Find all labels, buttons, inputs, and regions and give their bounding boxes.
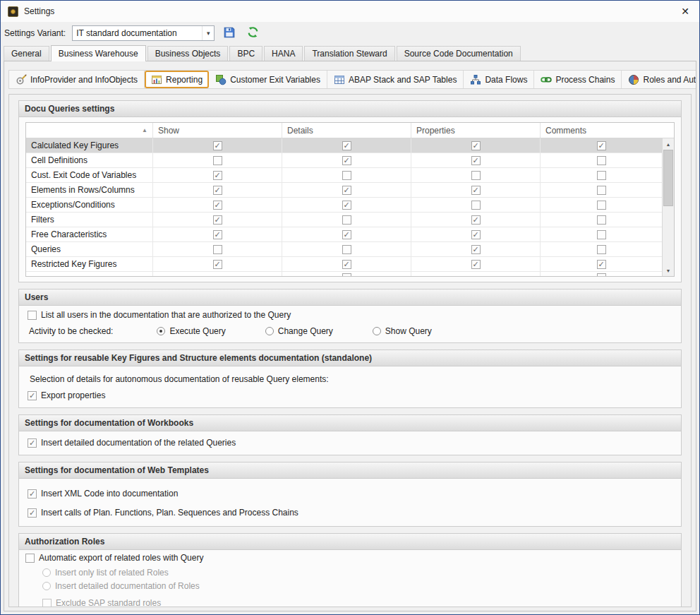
- comments-checkbox[interactable]: [597, 215, 606, 225]
- subtab-data-flows[interactable]: Data Flows: [464, 71, 534, 88]
- export-properties-checkbox[interactable]: ✓: [28, 391, 37, 400]
- details-checkbox[interactable]: [342, 273, 351, 276]
- show-checkbox[interactable]: ✓: [213, 186, 222, 195]
- details-checkbox[interactable]: ✓: [342, 230, 351, 239]
- activity-option-show-query[interactable]: Show Query: [373, 326, 432, 336]
- execute-query-radio[interactable]: [157, 327, 165, 335]
- refresh-button[interactable]: [244, 25, 261, 42]
- change-query-radio[interactable]: [265, 327, 274, 335]
- export-properties-option[interactable]: ✓ Export properties: [28, 390, 675, 400]
- tab-general[interactable]: General: [4, 46, 49, 61]
- properties-checkbox[interactable]: ✓: [471, 186, 481, 195]
- comments-checkbox[interactable]: ✓: [597, 141, 606, 150]
- titlebar: Settings ✕: [1, 1, 699, 22]
- show-checkbox[interactable]: ✓: [213, 230, 222, 239]
- details-checkbox[interactable]: ✓: [342, 141, 351, 150]
- column-header-comments[interactable]: Comments: [541, 123, 662, 138]
- comments-checkbox[interactable]: [597, 230, 606, 239]
- scroll-up-icon[interactable]: ▲: [663, 138, 674, 150]
- comments-checkbox[interactable]: [597, 186, 606, 195]
- roles-list-option[interactable]: Insert only list of related Roles: [42, 568, 675, 578]
- comments-checkbox[interactable]: ✓: [597, 260, 606, 269]
- table-row[interactable]: Cell Definitions✓✓: [26, 153, 674, 168]
- subtab-roles-and-authorizations[interactable]: Roles and Authorizations: [622, 71, 696, 88]
- table-row[interactable]: Free Characteristics✓✓✓: [26, 227, 674, 242]
- tab-source-code-documentation[interactable]: Source Code Documentation: [397, 46, 521, 61]
- properties-checkbox[interactable]: ✓: [471, 141, 481, 150]
- tab-hana[interactable]: HANA: [264, 46, 303, 61]
- table-row[interactable]: Exceptions/Conditions✓✓: [26, 198, 674, 213]
- table-row[interactable]: Filters✓✓: [26, 213, 674, 227]
- column-header-show[interactable]: Show: [153, 123, 282, 138]
- details-checkbox[interactable]: ✓: [342, 156, 351, 165]
- details-checkbox[interactable]: ✓: [342, 186, 351, 195]
- show-checkbox[interactable]: ✓: [213, 201, 222, 210]
- web-template-option-insert-xml-code-into-documenta[interactable]: ✓Insert XML Code into documentation: [28, 489, 675, 498]
- show-checkbox[interactable]: ✓: [213, 260, 222, 269]
- comments-checkbox[interactable]: [597, 273, 606, 276]
- column-header-properties[interactable]: Properties: [411, 123, 541, 138]
- auto-export-roles-option[interactable]: Automatic export of related roles with Q…: [25, 553, 675, 563]
- list-all-users-option[interactable]: List all users in the documentation that…: [28, 310, 675, 320]
- comments-checkbox[interactable]: [597, 156, 606, 165]
- scrollbar-thumb[interactable]: [663, 150, 673, 206]
- vertical-scrollbar[interactable]: ▲ ▼: [662, 138, 674, 276]
- show-checkbox[interactable]: ✓: [213, 215, 222, 225]
- properties-checkbox[interactable]: ✓: [471, 230, 481, 239]
- table-row[interactable]: Elements in Rows/Columns✓✓✓: [26, 183, 674, 198]
- show-query-radio[interactable]: [373, 327, 381, 335]
- table-row[interactable]: Calculated Key Figures✓✓✓✓: [26, 138, 674, 153]
- comments-checkbox[interactable]: [597, 201, 606, 210]
- show-checkbox[interactable]: [213, 245, 222, 254]
- save-button[interactable]: [221, 25, 238, 42]
- settings-variant-select[interactable]: IT standard documentation ▾: [72, 25, 215, 41]
- details-checkbox[interactable]: ✓: [342, 260, 351, 269]
- table-row[interactable]: Queries✓: [26, 242, 674, 257]
- column-header-details[interactable]: Details: [282, 123, 411, 138]
- comments-checkbox[interactable]: [597, 245, 606, 254]
- show-checkbox[interactable]: ✓: [213, 141, 222, 150]
- table-row[interactable]: Restricted Key Figures✓✓✓✓: [26, 257, 674, 272]
- properties-checkbox[interactable]: ✓: [471, 260, 481, 269]
- tab-business-objects[interactable]: Business Objects: [147, 46, 229, 61]
- roles-detailed-radio[interactable]: [42, 582, 51, 590]
- web-template-checkbox[interactable]: ✓: [28, 508, 37, 518]
- subtab-process-chains[interactable]: Process Chains: [534, 71, 622, 88]
- roles-detailed-option[interactable]: Insert detailed documentation of Roles: [42, 581, 675, 591]
- scroll-down-icon[interactable]: ▼: [663, 265, 674, 276]
- activity-option-change-query[interactable]: Change Query: [265, 326, 333, 336]
- properties-checkbox[interactable]: [471, 201, 481, 210]
- web-template-checkbox[interactable]: ✓: [28, 489, 37, 498]
- subtab-abap-stack-and-sap-tables[interactable]: ABAP Stack and SAP Tables: [327, 71, 464, 88]
- properties-checkbox[interactable]: ✓: [471, 245, 481, 254]
- tab-bpc[interactable]: BPC: [229, 46, 262, 61]
- table-row-clipped[interactable]: [26, 272, 674, 276]
- details-checkbox[interactable]: [342, 245, 351, 254]
- properties-checkbox[interactable]: ✓: [471, 215, 481, 225]
- details-checkbox[interactable]: ✓: [342, 201, 351, 210]
- show-checkbox[interactable]: ✓: [213, 171, 222, 180]
- properties-checkbox[interactable]: [471, 171, 481, 180]
- subtab-reporting[interactable]: Reporting: [145, 71, 209, 88]
- web-template-option-insert-calls-of-plan-functions[interactable]: ✓Insert calls of Plan. Functions, Plan. …: [28, 508, 675, 518]
- list-all-users-checkbox[interactable]: [28, 311, 37, 320]
- tab-business-warehouse[interactable]: Business Warehouse: [51, 45, 146, 61]
- properties-checkbox[interactable]: ✓: [471, 156, 481, 165]
- close-icon[interactable]: ✕: [668, 6, 692, 17]
- show-checkbox[interactable]: [213, 156, 222, 165]
- activity-option-execute-query[interactable]: Execute Query: [157, 326, 225, 336]
- auto-export-roles-checkbox[interactable]: [25, 554, 35, 563]
- tab-translation-steward[interactable]: Translation Steward: [304, 46, 394, 61]
- comments-checkbox[interactable]: [597, 171, 606, 180]
- exclude-sap-roles-checkbox[interactable]: [42, 599, 52, 608]
- table-row[interactable]: Cust. Exit Code of Variables✓: [26, 168, 674, 183]
- workbooks-detail-checkbox[interactable]: ✓: [28, 438, 37, 448]
- details-checkbox[interactable]: [342, 171, 351, 180]
- column-header-name[interactable]: ▲: [26, 123, 153, 138]
- subtab-customer-exit-variables[interactable]: Customer Exit Variables: [209, 71, 327, 88]
- details-checkbox[interactable]: [342, 215, 351, 225]
- exclude-sap-roles-option[interactable]: Exclude SAP standard roles: [42, 598, 675, 607]
- workbooks-detail-option[interactable]: ✓ Insert detailed documentation of the r…: [28, 438, 675, 448]
- roles-list-radio[interactable]: [42, 568, 51, 577]
- subtab-infoprovider-and-infoobjects[interactable]: InfoProvider and InfoObjects: [9, 71, 145, 88]
